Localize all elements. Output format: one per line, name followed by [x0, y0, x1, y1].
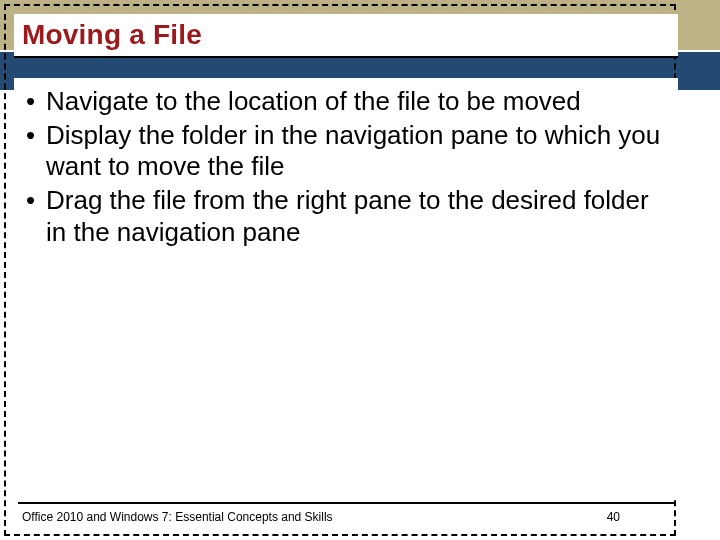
bullet-list: Navigate to the location of the file to …	[24, 86, 664, 251]
dashed-frame: Moving a File Navigate to the location o…	[4, 4, 676, 536]
bullet-text: Drag the file from the right pane to the…	[46, 185, 649, 247]
bullet-text: Navigate to the location of the file to …	[46, 86, 581, 116]
bullet-item: Drag the file from the right pane to the…	[24, 185, 664, 248]
slide-title: Moving a File	[22, 19, 202, 51]
slide: Moving a File Navigate to the location o…	[0, 0, 720, 540]
bullet-item: Display the folder in the navigation pan…	[24, 120, 664, 183]
title-box: Moving a File	[14, 14, 678, 58]
bullet-text: Display the folder in the navigation pan…	[46, 120, 660, 182]
footer-rule	[18, 502, 674, 504]
bullet-item: Navigate to the location of the file to …	[24, 86, 664, 118]
page-number: 40	[607, 510, 620, 524]
footer-text: Office 2010 and Windows 7: Essential Con…	[22, 510, 333, 524]
